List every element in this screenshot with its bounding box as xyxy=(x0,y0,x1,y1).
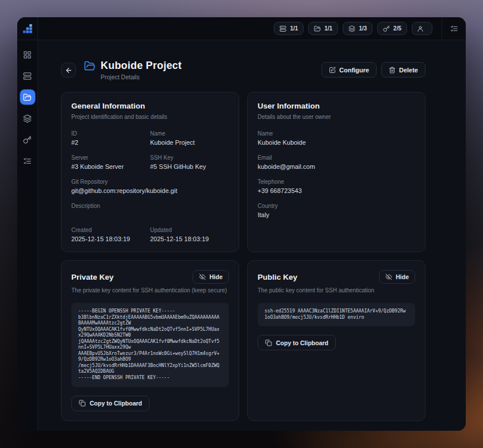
sidebar-item-servers[interactable] xyxy=(20,68,35,83)
app-logo[interactable] xyxy=(17,17,38,40)
badge-label: 1/1 xyxy=(324,25,332,32)
server-icon xyxy=(279,25,286,32)
private-key-content: -----BEGIN OPENSSH PRIVATE KEY----- b3Bl… xyxy=(71,303,229,387)
field-label: SSH Key xyxy=(150,155,229,161)
back-button[interactable] xyxy=(61,63,76,78)
servers-count-badge[interactable]: 1/1 xyxy=(274,22,304,35)
field-label: Name xyxy=(150,130,229,137)
field-ssh-key: SSH Key #5 SSH GitHub Key xyxy=(150,155,229,170)
copy-icon xyxy=(79,400,86,407)
field-value: +39 668723543 xyxy=(258,187,415,194)
key-icon xyxy=(23,136,32,144)
field-label: Telephone xyxy=(258,179,415,185)
field-label: Country xyxy=(258,203,415,209)
sidebar-item-dashboard[interactable] xyxy=(20,47,35,62)
card-subtitle: Project identification and basic details xyxy=(71,114,229,120)
field-label: ID xyxy=(71,130,150,137)
hide-public-key-button[interactable]: Hide xyxy=(379,270,415,284)
private-key-card: Private Key Hide The private key content xyxy=(61,260,239,421)
field-value: 2025-12-15 18:03:19 xyxy=(150,235,229,242)
field-value: git@github.com:repository/kuboide.git xyxy=(71,187,229,194)
page-title: Kuboide Project xyxy=(101,60,182,72)
copy-label: Copy to Clipboard xyxy=(90,400,142,407)
general-information-card: General Information Project identificati… xyxy=(61,92,239,252)
page-subtitle: Project Details xyxy=(101,74,182,80)
key-icon xyxy=(383,25,390,32)
field-label: Email xyxy=(258,155,415,161)
field-value: Italy xyxy=(258,211,415,218)
field-updated: Updated 2025-12-15 18:03:19 xyxy=(150,227,229,242)
eye-off-icon xyxy=(385,273,392,280)
configure-label: Configure xyxy=(339,67,369,74)
folder-open-icon xyxy=(84,60,95,72)
field-name: Name Kuboide Project xyxy=(150,130,229,146)
logo-bars-icon xyxy=(22,23,33,34)
configure-button[interactable]: Configure xyxy=(321,62,377,78)
edit-icon xyxy=(329,67,336,74)
folder-open-icon xyxy=(23,93,32,102)
delete-button[interactable]: Delete xyxy=(381,62,425,78)
sidebar-item-tasks[interactable] xyxy=(20,153,35,168)
panel-toggle-icon xyxy=(450,25,458,33)
layers-count-badge[interactable]: 1/3 xyxy=(343,22,373,35)
public-key-content: ssh-ed25519 AAAAC3NzaC1lZDI1NTE5AAAAIArV… xyxy=(258,303,415,326)
page-header: Kuboide Project Project Details Configur… xyxy=(61,60,425,80)
delete-label: Delete xyxy=(399,67,418,74)
field-user-name: Name Kuboide Kuboide xyxy=(258,130,415,146)
field-label: Name xyxy=(258,130,415,137)
sidebar xyxy=(17,40,38,431)
copy-public-key-button[interactable]: Copy to Clipboard xyxy=(258,335,336,350)
field-value: #3 Kuboide Server xyxy=(71,163,150,170)
main-content: Kuboide Project Project Details Configur… xyxy=(38,40,466,431)
user-information-card: User Information Details about the user … xyxy=(247,92,425,252)
field-user-country: Country Italy xyxy=(258,203,415,218)
copy-label: Copy to Clipboard xyxy=(276,339,328,346)
card-subtitle: The private key content for SSH authenti… xyxy=(71,287,229,293)
card-title: Public Key xyxy=(258,273,297,281)
hide-private-key-button[interactable]: Hide xyxy=(193,270,229,284)
field-label: Created xyxy=(71,227,150,233)
app-window: 1/1 1/1 1/3 2/5 xyxy=(17,17,466,431)
eye-off-icon xyxy=(199,273,206,280)
field-user-email: Email kuboide@gmail.com xyxy=(258,155,415,170)
hide-label: Hide xyxy=(209,273,223,280)
keys-count-badge[interactable]: 2/5 xyxy=(377,22,407,35)
topbar: 1/1 1/1 1/3 2/5 xyxy=(38,17,466,40)
badge-label: 1/1 xyxy=(290,25,298,32)
badge-label: 2/5 xyxy=(393,25,401,32)
sidebar-item-projects[interactable] xyxy=(20,90,35,105)
arrow-left-icon xyxy=(65,67,72,74)
badge-label: 1/3 xyxy=(359,25,367,32)
field-server: Server #3 Kuboide Server xyxy=(71,155,150,170)
field-value: 2025-12-15 18:03:19 xyxy=(71,235,150,242)
field-value: #5 SSH GitHub Key xyxy=(150,163,229,170)
field-id: ID #2 xyxy=(71,130,150,146)
field-value: kuboide@gmail.com xyxy=(258,163,415,170)
card-title: Private Key xyxy=(71,273,114,281)
field-label: Server xyxy=(71,155,150,161)
field-label: Git Repository xyxy=(71,179,229,185)
sidebar-item-layers[interactable] xyxy=(20,111,35,126)
card-title: User Information xyxy=(258,102,415,110)
trash-icon xyxy=(389,67,396,74)
field-git-repository: Git Repository git@github.com:repository… xyxy=(71,179,229,194)
field-value xyxy=(71,211,229,218)
copy-icon xyxy=(265,339,272,346)
panel-toggle[interactable] xyxy=(442,17,466,40)
grid-icon xyxy=(23,51,32,59)
copy-private-key-button[interactable]: Copy to Clipboard xyxy=(71,396,150,411)
card-subtitle: The public key content for SSH authentic… xyxy=(258,287,415,293)
sidebar-item-ssh-keys[interactable] xyxy=(20,132,35,147)
checklist-icon xyxy=(23,157,32,165)
user-icon xyxy=(417,25,424,32)
field-description: Description xyxy=(71,203,229,218)
field-created: Created 2025-12-15 18:03:19 xyxy=(71,227,150,242)
layers-icon xyxy=(348,25,355,32)
layers-icon xyxy=(23,114,32,123)
field-user-telephone: Telephone +39 668723543 xyxy=(258,179,415,194)
projects-count-badge[interactable]: 1/1 xyxy=(308,22,338,35)
field-label: Description xyxy=(71,203,229,209)
user-badge[interactable] xyxy=(412,22,432,35)
folder-icon xyxy=(314,25,321,32)
field-value: #2 xyxy=(71,139,150,146)
